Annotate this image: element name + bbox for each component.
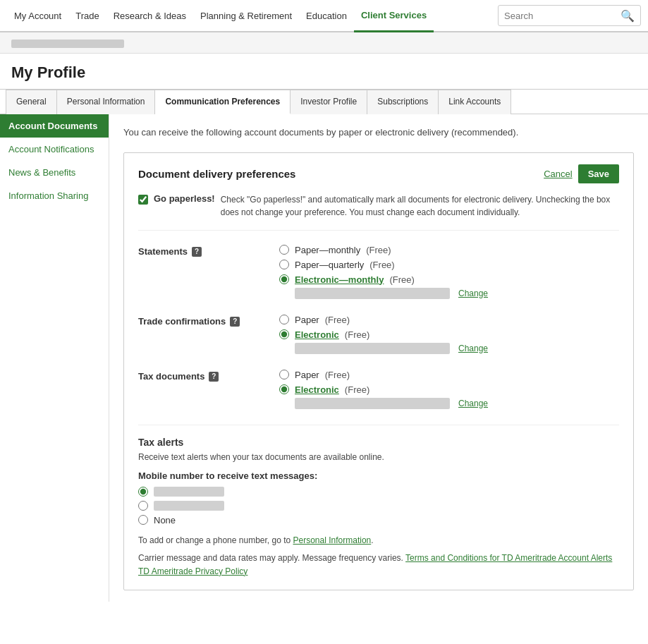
tab-communication-prefs[interactable]: Communication Preferences <box>155 90 291 114</box>
radio-td-paper[interactable] <box>279 370 289 379</box>
radio-row-tc-paper: Paper (Free) <box>279 315 619 325</box>
statements-section: Statements ? Paper—monthly (Free) Paper—… <box>138 245 619 300</box>
paper-quarterly-free: (Free) <box>369 260 394 270</box>
tc-paper-free: (Free) <box>325 315 350 325</box>
radio-row-tc-electronic: Electronic (Free) <box>279 329 619 340</box>
mobile-radio-row-none: None <box>138 515 619 525</box>
trade-confirmations-label-col: Trade confirmations ? <box>138 315 279 356</box>
statements-options: Paper—monthly (Free) Paper—quarterly (Fr… <box>279 245 619 300</box>
account-bar <box>0 32 648 54</box>
radio-mobile-2[interactable] <box>138 501 148 511</box>
td-electronic-free: (Free) <box>345 384 369 395</box>
tax-docs-account-blurred <box>295 398 450 409</box>
paper-monthly-free: (Free) <box>366 245 391 255</box>
privacy-link[interactable]: TD Ameritrade Privacy Policy <box>138 566 247 576</box>
paperless-description: Check "Go paperless!" and automatically … <box>221 193 619 219</box>
tax-documents-section: Tax documents ? Paper (Free) Electronic … <box>138 370 619 411</box>
personal-info-link[interactable]: Personal Information <box>293 535 372 545</box>
footer-text-1: To add or change a phone number, go to P… <box>138 534 619 547</box>
top-nav: My Account Trade Research & Ideas Planni… <box>0 0 648 32</box>
tax-docs-change-link[interactable]: Change <box>458 399 488 408</box>
nav-education[interactable]: Education <box>299 0 354 31</box>
tax-alerts-description: Receive text alerts when your tax docume… <box>138 452 619 462</box>
search-icon[interactable]: 🔍 <box>621 9 635 23</box>
mobile-none-label: None <box>154 515 176 525</box>
tc-paper-label: Paper <box>295 315 319 325</box>
tc-electronic-free: (Free) <box>345 329 369 340</box>
tab-personal-info[interactable]: Personal Information <box>57 90 156 114</box>
tab-link-accounts[interactable]: Link Accounts <box>439 90 511 114</box>
statements-account-blurred <box>295 288 450 299</box>
footer-text-prefix: To add or change a phone number, go to <box>138 535 293 545</box>
account-bar-blurred <box>11 40 124 48</box>
tab-investor-profile[interactable]: Investor Profile <box>291 90 367 114</box>
tab-general[interactable]: General <box>6 90 57 114</box>
tax-documents-help-icon[interactable]: ? <box>209 372 219 382</box>
radio-tc-electronic[interactable] <box>279 329 289 339</box>
main-layout: Account Documents Account Notifications … <box>0 114 648 602</box>
radio-paper-quarterly[interactable] <box>279 260 289 269</box>
radio-electronic-monthly[interactable] <box>279 274 289 284</box>
td-paper-free: (Free) <box>325 370 350 380</box>
nav-client-services[interactable]: Client Services <box>354 0 434 32</box>
mobile-label: Mobile number to receive text messages: <box>138 470 619 481</box>
trade-confirmations-options: Paper (Free) Electronic (Free) Change <box>279 315 619 356</box>
nav-research[interactable]: Research & Ideas <box>106 0 193 31</box>
tax-documents-label: Tax documents <box>138 371 204 382</box>
trade-conf-change-link[interactable]: Change <box>458 344 488 353</box>
radio-row-paper-monthly: Paper—monthly (Free) <box>279 245 619 255</box>
sidebar: Account Documents Account Notifications … <box>0 114 109 602</box>
terms-link[interactable]: Terms and Conditions for TD Ameritrade A… <box>405 553 612 563</box>
pref-box: Document delivery preferences Cancel Sav… <box>123 152 634 591</box>
page-title: My Profile <box>11 63 637 82</box>
paperless-row: Go paperless! Check "Go paperless!" and … <box>138 193 619 231</box>
radio-paper-monthly[interactable] <box>279 245 289 255</box>
trade-confirmations-section: Trade confirmations ? Paper (Free) Elect… <box>138 315 619 356</box>
sidebar-item-account-documents[interactable]: Account Documents <box>0 114 109 138</box>
paperless-label: Go paperless! <box>154 193 215 204</box>
nav-trade[interactable]: Trade <box>68 0 106 31</box>
paper-quarterly-label: Paper—quarterly <box>295 260 364 270</box>
radio-row-paper-quarterly: Paper—quarterly (Free) <box>279 260 619 270</box>
radio-mobile-1[interactable] <box>138 487 148 497</box>
pref-actions: Cancel Save <box>544 164 619 183</box>
mobile-number-1-blurred <box>154 487 224 497</box>
search-box[interactable]: 🔍 <box>498 5 641 26</box>
trade-confirmations-help-icon[interactable]: ? <box>230 317 240 327</box>
trade-confirmations-label: Trade confirmations <box>138 316 226 327</box>
sidebar-item-news-benefits[interactable]: News & Benefits <box>0 161 109 184</box>
trade-conf-account-row: Change <box>295 343 619 354</box>
paperless-checkbox[interactable] <box>138 195 148 205</box>
pref-title: Document delivery preferences <box>138 168 295 180</box>
tc-electronic-label: Electronic <box>295 329 339 340</box>
trade-conf-account-blurred <box>295 343 450 354</box>
radio-mobile-none[interactable] <box>138 515 148 525</box>
search-input[interactable] <box>504 11 621 21</box>
tax-documents-options: Paper (Free) Electronic (Free) Change <box>279 370 619 411</box>
carrier-text-prefix: Carrier message and data rates may apply… <box>138 553 405 563</box>
electronic-monthly-free: (Free) <box>389 274 414 285</box>
radio-row-td-electronic: Electronic (Free) <box>279 384 619 395</box>
statements-help-icon[interactable]: ? <box>192 247 202 257</box>
tax-alerts-section: Tax alerts Receive text alerts when your… <box>138 425 619 579</box>
statements-label-col: Statements ? <box>138 245 279 300</box>
radio-tc-paper[interactable] <box>279 315 289 324</box>
mobile-number-2-blurred <box>154 501 224 511</box>
page-title-area: My Profile <box>0 54 648 89</box>
sidebar-item-account-notifications[interactable]: Account Notifications <box>0 138 109 161</box>
sidebar-item-information-sharing[interactable]: Information Sharing <box>0 184 109 207</box>
statements-change-link[interactable]: Change <box>458 288 488 298</box>
tax-alerts-title: Tax alerts <box>138 437 619 448</box>
electronic-monthly-label: Electronic—monthly <box>295 274 384 285</box>
nav-my-account[interactable]: My Account <box>7 0 68 31</box>
td-electronic-label: Electronic <box>295 384 339 395</box>
nav-planning[interactable]: Planning & Retirement <box>193 0 299 31</box>
pref-header: Document delivery preferences Cancel Sav… <box>138 164 619 183</box>
cancel-link[interactable]: Cancel <box>544 169 572 179</box>
save-button[interactable]: Save <box>578 164 619 183</box>
tab-subscriptions[interactable]: Subscriptions <box>367 90 439 114</box>
td-paper-label: Paper <box>295 370 319 380</box>
content-description: You can receive the following account do… <box>123 126 634 140</box>
radio-td-electronic[interactable] <box>279 384 289 394</box>
paper-monthly-label: Paper—monthly <box>295 245 360 255</box>
